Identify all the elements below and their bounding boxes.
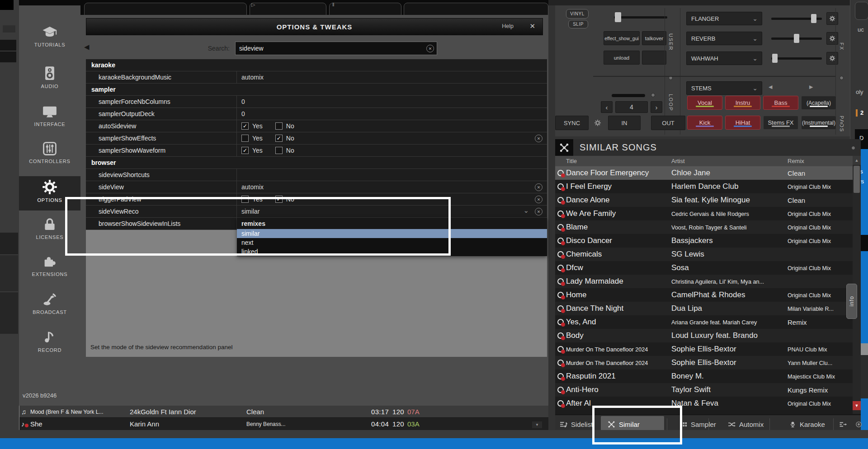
- song-row[interactable]: Lady MarmaladeChristina Aguilera, Lil' K…: [555, 275, 853, 288]
- checkbox[interactable]: [241, 135, 249, 142]
- stem-button[interactable]: (Instrumental): [801, 116, 836, 130]
- help-button[interactable]: Help: [502, 23, 514, 29]
- effect-gear-icon[interactable]: [826, 52, 838, 65]
- settings-row[interactable]: autoSideview✓YesNo: [86, 120, 547, 132]
- user-knob-slider[interactable]: [614, 16, 667, 19]
- effect-amount-slider[interactable]: [771, 18, 822, 20]
- checkbox[interactable]: [275, 122, 283, 130]
- song-row[interactable]: Dance AloneSia feat. Kylie MinogueClean: [555, 193, 853, 207]
- stem-button[interactable]: Vocal: [687, 96, 722, 110]
- scroll-down-icon[interactable]: ▼: [853, 401, 861, 410]
- checkbox[interactable]: ✓: [275, 196, 283, 203]
- stem-button[interactable]: Bass: [763, 96, 798, 110]
- effect-amount-slider[interactable]: [771, 57, 822, 60]
- settings-row[interactable]: sideviewShortcuts: [86, 169, 547, 181]
- chevron-down-icon[interactable]: ⌄: [523, 206, 529, 215]
- scrollbar-thumb[interactable]: [854, 166, 860, 193]
- unload-button[interactable]: unload: [604, 51, 640, 65]
- dropdown-option[interactable]: similar: [237, 229, 547, 238]
- settings-row[interactable]: samplerOutputDeck0: [86, 108, 547, 120]
- loop-size-value[interactable]: 4: [615, 101, 648, 113]
- song-row[interactable]: Murder On The Dancefloor 2024Sophie Elli…: [555, 356, 853, 369]
- sidebar-item-tutorials[interactable]: TUTORIALS: [19, 19, 80, 61]
- settings-row[interactable]: sideViewRecosimilar⌄✕: [86, 206, 547, 218]
- stem-button[interactable]: Instru: [725, 96, 760, 110]
- sidebar-item-interface[interactable]: INTERFACE: [19, 100, 80, 136]
- settings-row[interactable]: triggerPadViewYes✓No✕: [86, 193, 547, 206]
- settings-section-row[interactable]: karaoke: [86, 59, 547, 71]
- reset-setting-icon[interactable]: ✕: [535, 208, 542, 215]
- sidebar-item-extensions[interactable]: EXTENSIONS: [19, 250, 80, 287]
- stem-button[interactable]: HiHat: [725, 116, 760, 130]
- column-title[interactable]: Title: [566, 158, 671, 164]
- checkbox[interactable]: ✓: [241, 122, 249, 130]
- search-input[interactable]: [235, 42, 437, 55]
- settings-row[interactable]: sideViewautomix✕: [86, 181, 547, 193]
- effect-gear-icon[interactable]: [826, 12, 838, 25]
- collapse-tracklist-button[interactable]: ▼: [532, 421, 542, 428]
- settings-row[interactable]: samplerShowWaveform✓YesNo: [86, 145, 547, 157]
- slip-button[interactable]: SLIP: [568, 20, 588, 28]
- song-row[interactable]: BodyLoud Luxury feat. Brando: [555, 329, 853, 342]
- settings-section-row[interactable]: browser: [86, 157, 547, 169]
- dropdown-option[interactable]: remixes: [237, 218, 547, 229]
- checkbox[interactable]: [241, 196, 249, 203]
- song-row[interactable]: Murder On The Dancefloor 2024Sophie Elli…: [555, 342, 853, 356]
- loop-out-button[interactable]: OUT: [651, 116, 685, 130]
- settings-row[interactable]: karaokeBackgroundMusicautomix: [86, 71, 547, 84]
- stem-button[interactable]: Stems FX: [763, 116, 798, 130]
- stems-next-icon[interactable]: ▶: [809, 84, 813, 90]
- effect-amount-slider[interactable]: [771, 37, 822, 40]
- stems-prev-icon[interactable]: ◀: [769, 84, 772, 90]
- effect-show-gui-button[interactable]: effect_show_gui: [604, 31, 640, 45]
- sidebar-item-licenses[interactable]: LICENSES: [19, 213, 80, 249]
- dropdown-option[interactable]: linked: [237, 247, 547, 256]
- sidebar-item-record[interactable]: RECORD: [19, 326, 80, 362]
- talkover-button[interactable]: talkover: [642, 31, 666, 45]
- dropdown-option[interactable]: next: [237, 238, 547, 247]
- stem-button[interactable]: (Acapella): [801, 96, 836, 110]
- song-row[interactable]: ChemicalsSG Lewis: [555, 248, 853, 261]
- song-row[interactable]: HomeCamelPhat & RhodesOriginal Club Mix: [555, 288, 853, 302]
- song-row[interactable]: Dance The NightDua LipaMilan Variable R.…: [555, 302, 853, 315]
- reset-setting-icon[interactable]: ✕: [535, 135, 542, 142]
- loop-size-slider[interactable]: [612, 94, 645, 97]
- settings-row[interactable]: samplerShowEffectsYes✓No✕: [86, 132, 547, 145]
- song-row[interactable]: BlameVoost, Robin Tayger & SanteliOrigin…: [555, 220, 853, 234]
- sidebar-item-options[interactable]: OPTIONS: [19, 176, 80, 210]
- clear-search-icon[interactable]: ✕: [426, 45, 434, 52]
- scroll-up-icon[interactable]: ▲: [853, 156, 861, 165]
- slider-thumb[interactable]: [794, 34, 799, 43]
- effect-gear-icon[interactable]: [826, 32, 838, 45]
- song-row[interactable]: Rasputin 2021Boney M.Majesticx Club Mix: [555, 369, 853, 383]
- effect-select[interactable]: REVERB⌄: [686, 32, 762, 45]
- vinyl-button[interactable]: VINYL: [566, 9, 589, 19]
- empty-user-button[interactable]: [642, 51, 666, 65]
- loop-gear-icon[interactable]: [594, 119, 601, 126]
- settings-section-row[interactable]: sampler: [86, 84, 547, 96]
- deck-row[interactable]: ♪ She Karin Ann Benny Benass... 04:04 12…: [19, 418, 548, 430]
- checkbox[interactable]: [275, 147, 283, 154]
- close-icon[interactable]: ✕: [529, 22, 535, 30]
- reset-setting-icon[interactable]: ✕: [535, 196, 542, 203]
- stem-button[interactable]: Kick: [687, 116, 722, 130]
- slider-thumb[interactable]: [615, 12, 621, 22]
- column-artist[interactable]: Artist: [671, 158, 788, 164]
- sidebar-item-audio[interactable]: AUDIO: [19, 62, 80, 99]
- effect-select[interactable]: WAHWAH⌄: [686, 51, 762, 65]
- loop-in-button[interactable]: IN: [608, 116, 641, 130]
- info-side-tab[interactable]: info: [846, 284, 857, 319]
- sidebar-item-broadcast[interactable]: BROADCAST: [19, 288, 80, 324]
- song-row[interactable]: Yes, AndAriana Grande feat. Mariah Carey…: [555, 315, 853, 329]
- deck-row[interactable]: ♫ Mood (Bren F & New York L... 24kGoldn …: [19, 406, 548, 418]
- sync-button[interactable]: SYNC: [555, 116, 589, 130]
- loop-double-button[interactable]: ›: [651, 101, 662, 113]
- sidebar-item-controllers[interactable]: CONTROLLERS: [19, 137, 80, 174]
- stems-select[interactable]: STEMS ⌄: [686, 81, 762, 95]
- back-icon[interactable]: ◀: [84, 43, 90, 51]
- settings-row[interactable]: samplerForceNbColumns0: [86, 96, 547, 108]
- song-row[interactable]: We Are FamilyCedric Gervais & Nile Rodge…: [555, 207, 853, 220]
- song-row[interactable]: Anti-HeroTaylor SwiftKungs Remix: [555, 383, 853, 397]
- slider-thumb[interactable]: [772, 54, 778, 63]
- effect-select[interactable]: FLANGER⌄: [686, 12, 762, 25]
